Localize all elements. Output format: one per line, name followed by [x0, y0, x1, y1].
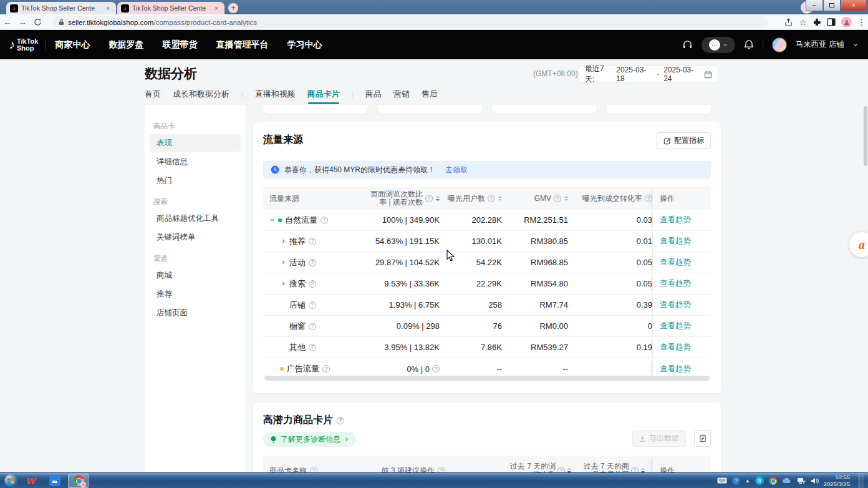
- info-icon[interactable]: ?: [322, 365, 330, 373]
- info-icon[interactable]: ?: [309, 238, 316, 245]
- nav-item-affiliate[interactable]: 联盟带货: [162, 39, 197, 51]
- messages-button[interactable]: ⋯: [702, 37, 735, 53]
- sidebar-section-product-card: 商品卡: [153, 122, 246, 131]
- tray-keyboard-icon[interactable]: [717, 477, 727, 484]
- view-trend-link[interactable]: 查看趋势: [660, 257, 691, 268]
- tab-close-icon[interactable]: ×: [104, 4, 112, 12]
- view-trend-link[interactable]: 查看趋势: [660, 300, 691, 310]
- tab-title: TikTok Shop Seller Center | Cr: [132, 4, 206, 12]
- side-panel-icon[interactable]: [827, 18, 836, 26]
- info-icon[interactable]: ?: [309, 280, 316, 288]
- chevron-right-icon[interactable]: [281, 260, 286, 265]
- sidebar-item-keyword-ranking[interactable]: 关键词榜单: [150, 228, 241, 246]
- sidebar-item-trending[interactable]: 热门: [150, 172, 241, 189]
- shop-name[interactable]: 马来西亚 店铺: [796, 39, 844, 50]
- bookmark-star-icon[interactable]: ☆: [799, 18, 807, 27]
- tab-live-video[interactable]: 直播和视频: [255, 89, 296, 100]
- date-range-picker[interactable]: 最近7天: 2025-03-18 - 2025-03-24: [579, 66, 718, 83]
- info-icon[interactable]: ?: [309, 301, 316, 309]
- tab-close-icon[interactable]: ×: [212, 4, 221, 12]
- info-icon[interactable]: ?: [309, 344, 316, 351]
- high-potential-title: 高潜力商品卡片: [263, 414, 333, 427]
- shop-avatar[interactable]: [772, 37, 787, 52]
- page-scrollbar[interactable]: [864, 106, 867, 166]
- taskbar-app-icon[interactable]: [44, 474, 65, 488]
- reload-icon[interactable]: [30, 18, 45, 26]
- forward-icon[interactable]: →: [15, 17, 30, 27]
- tab-after-sale[interactable]: 售后: [422, 89, 438, 100]
- info-icon[interactable]: ?: [309, 323, 316, 330]
- browser-tab-2[interactable]: ♪ TikTok Shop Seller Center | Cr ×: [117, 2, 224, 14]
- chevron-right-icon: [344, 437, 349, 442]
- headset-icon[interactable]: [682, 39, 693, 50]
- view-trend-link[interactable]: 查看趋势: [660, 278, 691, 289]
- maximize-button[interactable]: [823, 0, 841, 11]
- sidebar-item-recommend[interactable]: 推荐: [150, 285, 241, 303]
- nav-item-academy[interactable]: 学习中心: [287, 39, 322, 51]
- nav-item-data-compass[interactable]: 数据罗盘: [109, 39, 143, 51]
- tab-products[interactable]: 商品: [365, 89, 382, 100]
- taskbar-clock[interactable]: 10:55 2025/3/25: [824, 474, 850, 487]
- sidebar-item-mall[interactable]: 商城: [150, 266, 241, 284]
- new-tab-button[interactable]: +: [228, 3, 238, 13]
- info-icon[interactable]: ?: [425, 195, 433, 202]
- table-settings-button[interactable]: [694, 430, 711, 447]
- sidebar-item-title-optimizer[interactable]: 商品标题优化工具: [150, 210, 241, 227]
- tray-volume-icon[interactable]: [811, 477, 819, 484]
- nav-item-seller-center[interactable]: 商家中心: [55, 39, 90, 51]
- tray-network-icon[interactable]: [797, 477, 806, 484]
- address-bar[interactable]: seller.tiktokglobalshop.com/compass/prod…: [52, 16, 768, 28]
- view-trend-link[interactable]: 查看趋势: [660, 364, 691, 374]
- horizontal-scrollbar[interactable]: [264, 376, 710, 381]
- tab-product-card[interactable]: 商品卡片: [307, 89, 340, 100]
- nav-item-live-platform[interactable]: 直播管理平台: [216, 39, 268, 51]
- view-trend-link[interactable]: 查看趋势: [660, 321, 691, 331]
- info-icon[interactable]: ?: [488, 195, 495, 202]
- chevron-right-icon[interactable]: [281, 238, 286, 244]
- view-trend-link[interactable]: 查看趋势: [660, 236, 691, 246]
- floating-promo-widget[interactable]: a: [849, 232, 868, 257]
- tray-help-icon[interactable]: ?: [732, 477, 740, 485]
- view-trend-link[interactable]: 查看趋势: [660, 215, 691, 225]
- tray-skype-icon[interactable]: S: [755, 476, 764, 485]
- sidebar-item-performance[interactable]: 表现: [150, 134, 241, 152]
- profile-avatar[interactable]: [841, 17, 852, 27]
- browser-tab-1[interactable]: ♪ TikTok Shop Seller Center | Cr ×: [6, 2, 116, 14]
- calendar-icon[interactable]: [704, 71, 712, 79]
- configure-metrics-button[interactable]: 配置指标: [657, 132, 711, 149]
- claim-coupon-link[interactable]: 去领取: [445, 165, 468, 175]
- info-icon[interactable]: ?: [337, 417, 344, 424]
- sidebar-item-shop-page[interactable]: 店铺页面: [150, 304, 241, 321]
- tray-hidden-icons-arrow[interactable]: ▲: [745, 478, 750, 484]
- extensions-puzzle-icon[interactable]: [813, 18, 821, 27]
- traffic-table-header: 流量来源 页面浏览次数比率 | 观看次数? 曝光用户数? GMV? 曝光到成交转…: [263, 187, 711, 210]
- browser-menu-icon[interactable]: ⋮: [857, 17, 866, 27]
- view-trend-link[interactable]: 查看趋势: [660, 342, 691, 353]
- tab-home[interactable]: 首页: [145, 89, 161, 100]
- show-desktop-button[interactable]: [859, 473, 864, 488]
- info-icon[interactable]: ?: [432, 365, 440, 373]
- info-icon[interactable]: ?: [309, 259, 316, 266]
- chevron-down-icon[interactable]: [269, 217, 275, 223]
- tab-marketing[interactable]: 营销: [393, 89, 410, 100]
- close-button[interactable]: ×: [841, 0, 867, 11]
- back-icon[interactable]: ←: [0, 17, 15, 27]
- start-button[interactable]: [4, 474, 17, 487]
- notification-bell-icon[interactable]: [744, 39, 754, 50]
- chevron-right-icon[interactable]: [281, 281, 286, 286]
- minimize-button[interactable]: −: [806, 0, 823, 11]
- diagnostic-info-link[interactable]: 了解更多诊断信息: [263, 432, 356, 447]
- tiktok-shop-logo[interactable]: ♪ TikTokShop: [9, 37, 38, 52]
- share-icon[interactable]: [784, 18, 793, 27]
- timezone-label: (GMT+08:00): [533, 69, 578, 78]
- taskbar-chrome-icon[interactable]: [68, 474, 89, 488]
- info-icon[interactable]: ?: [554, 195, 561, 202]
- export-data-button[interactable]: 导出数据: [632, 430, 686, 447]
- tab-growth-analytics[interactable]: 成长和数据分析: [173, 89, 229, 100]
- info-icon[interactable]: ?: [321, 217, 328, 224]
- info-icon[interactable]: ?: [645, 195, 652, 202]
- tray-cloud-icon[interactable]: [782, 477, 792, 484]
- taskbar-wps-icon[interactable]: W: [21, 474, 41, 488]
- tray-chrome-icon[interactable]: [769, 477, 777, 485]
- sidebar-item-details[interactable]: 详细信息: [150, 153, 241, 170]
